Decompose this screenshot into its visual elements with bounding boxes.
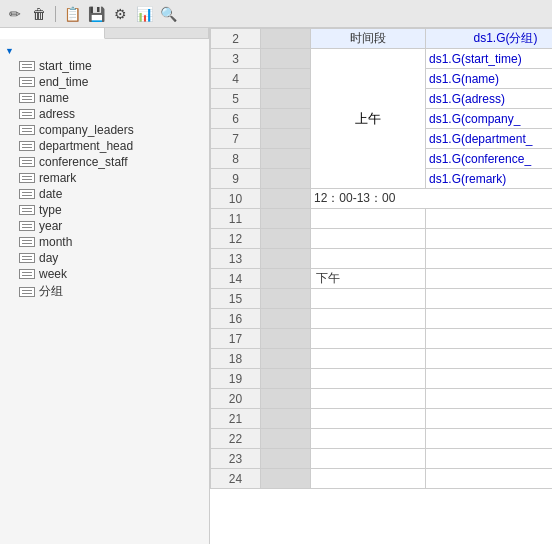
field-adress[interactable]: adress [5,106,204,122]
cell-13-1[interactable] [311,249,426,269]
settings-icon[interactable]: ⚙ [110,4,130,24]
row-num-12: 12 [211,229,261,249]
row-num-18: 18 [211,349,261,369]
cell-18-2[interactable] [426,349,553,369]
row-num-8: 8 [211,149,261,169]
table-row: 23 [211,449,553,469]
cell-17-1[interactable] [311,329,426,349]
cell-9-2[interactable]: ds1.G(remark) [426,169,553,189]
cell-21-1[interactable] [311,409,426,429]
row-num-13: 13 [211,249,261,269]
cell-3-2[interactable]: ds1.G(start_time) [426,49,553,69]
tab-server-dataset[interactable] [105,28,210,38]
cell-15-2[interactable] [426,289,553,309]
row-num-19: 19 [211,369,261,389]
cell-12-1[interactable] [311,229,426,249]
edit-icon[interactable]: ✏ [5,4,25,24]
row-num-11: 11 [211,209,261,229]
field-group[interactable]: 分组 [5,282,204,301]
cell-8-2[interactable]: ds1.G(conference_ [426,149,553,169]
field-year[interactable]: year [5,218,204,234]
col-separator [261,109,311,129]
cell-19-2[interactable] [426,369,553,389]
cell-15-1[interactable] [311,289,426,309]
table-row: 15 [211,289,553,309]
header-time: 时间段 [311,29,426,49]
delete-icon[interactable]: 🗑 [29,4,49,24]
cell-22-2[interactable] [426,429,553,449]
cell-21-2[interactable] [426,409,553,429]
field-remark[interactable]: remark [5,170,204,186]
field-date[interactable]: date [5,186,204,202]
col-separator [261,409,311,429]
col-separator [261,469,311,489]
chart-icon[interactable]: 📊 [134,4,154,24]
field-icon [19,287,35,297]
toolbar: ✏ 🗑 📋 💾 ⚙ 📊 🔍 [0,0,552,28]
field-day[interactable]: day [5,250,204,266]
col-separator [261,149,311,169]
field-start-time[interactable]: start_time [5,58,204,74]
table-row: 21 [211,409,553,429]
row-num-24: 24 [211,469,261,489]
cell-4-2[interactable]: ds1.G(name) [426,69,553,89]
cell-22-1[interactable] [311,429,426,449]
save-icon[interactable]: 💾 [86,4,106,24]
copy-icon[interactable]: 📋 [62,4,82,24]
col-separator [261,229,311,249]
field-icon [19,93,35,103]
cell-11-1[interactable] [311,209,426,229]
cell-5-2[interactable]: ds1.G(adress) [426,89,553,109]
cell-6-2[interactable]: ds1.G(company_ [426,109,553,129]
cell-11-2[interactable] [426,209,553,229]
table-header-row: 2 时间段 ds1.G(分组) [211,29,553,49]
field-company-leaders[interactable]: company_leaders [5,122,204,138]
cell-14-2[interactable] [426,269,553,289]
cell-20-1[interactable] [311,389,426,409]
cell-20-2[interactable] [426,389,553,409]
cell-16-2[interactable] [426,309,553,329]
cell-13-2[interactable] [426,249,553,269]
cell-24-1[interactable] [311,469,426,489]
table-row: 16 [211,309,553,329]
left-panel: start_time end_time name adress company_… [0,28,210,544]
cell-23-2[interactable] [426,449,553,469]
tab-template-dataset[interactable] [0,28,105,39]
row-num-15: 15 [211,289,261,309]
field-department-head[interactable]: department_head [5,138,204,154]
col-separator [261,349,311,369]
col-separator [261,89,311,109]
field-icon [19,77,35,87]
cell-14-afternoon[interactable]: 下午 [311,269,426,289]
col-separator [261,249,311,269]
row-num-21: 21 [211,409,261,429]
field-month[interactable]: month [5,234,204,250]
cell-12-2[interactable] [426,229,553,249]
row-num-22: 22 [211,429,261,449]
cell-7-2[interactable]: ds1.G(department_ [426,129,553,149]
field-type[interactable]: type [5,202,204,218]
col-separator [261,49,311,69]
cell-19-1[interactable] [311,369,426,389]
cell-18-1[interactable] [311,349,426,369]
field-icon [19,157,35,167]
field-end-time[interactable]: end_time [5,74,204,90]
cell-17-2[interactable] [426,329,553,349]
tree-root-ds1[interactable] [5,44,204,58]
col-separator [261,69,311,89]
row-num-2: 2 [211,29,261,49]
field-conference-staff[interactable]: conference_staff [5,154,204,170]
table-row: 20 [211,389,553,409]
cell-24-2[interactable] [426,469,553,489]
cell-23-1[interactable] [311,449,426,469]
right-panel[interactable]: 2 时间段 ds1.G(分组) 3 上午ds1.G(start_time)4 d… [210,28,552,544]
col-separator [261,189,311,209]
field-week[interactable]: week [5,266,204,282]
search-icon[interactable]: 🔍 [158,4,178,24]
cell-morning-label[interactable]: 上午 [311,49,426,189]
field-name[interactable]: name [5,90,204,106]
row-num-7: 7 [211,129,261,149]
cell-10-time[interactable]: 12：00-13：00 [311,189,553,209]
cell-16-1[interactable] [311,309,426,329]
field-icon [19,269,35,279]
